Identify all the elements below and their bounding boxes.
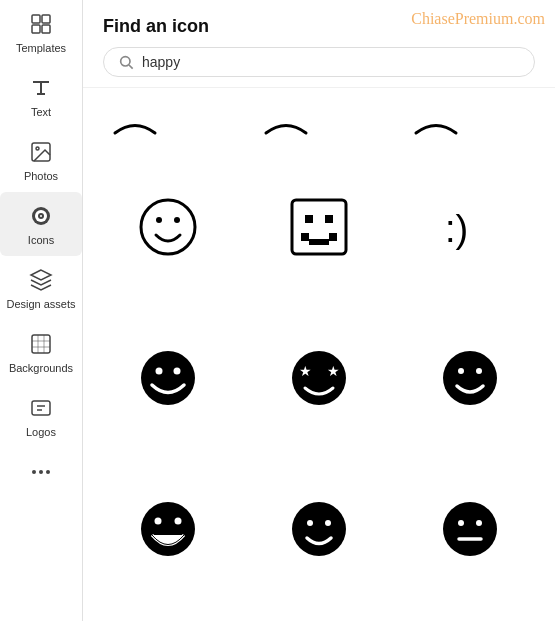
svg-text:★: ★ (298, 363, 311, 379)
svg-rect-25 (309, 239, 329, 245)
partial-icon-1 (105, 93, 165, 153)
list-item[interactable] (97, 457, 240, 600)
photos-icon (27, 138, 55, 166)
sidebar-logos-label: Logos (26, 426, 56, 438)
list-item[interactable] (97, 98, 173, 148)
partial-icon-3 (406, 93, 466, 153)
svg-point-18 (141, 200, 195, 254)
svg-point-35 (458, 368, 464, 374)
partial-top-row (97, 98, 541, 148)
sidebar-item-backgrounds[interactable]: Backgrounds (0, 320, 82, 384)
sidebar-item-more[interactable] (0, 448, 82, 496)
sidebar-design-assets-label: Design assets (6, 298, 75, 310)
sidebar-item-design-assets[interactable]: Design assets (0, 256, 82, 320)
svg-point-44 (458, 520, 464, 526)
text-icon (27, 74, 55, 102)
sidebar-text-label: Text (31, 106, 51, 118)
text-smiley-icon: :) (440, 197, 500, 257)
svg-point-20 (174, 217, 180, 223)
svg-point-30 (174, 368, 181, 375)
svg-point-13 (32, 470, 36, 474)
icon-grid: :) ★ ★ (97, 156, 541, 621)
list-item[interactable] (398, 307, 541, 450)
svg-rect-21 (292, 200, 346, 254)
svg-point-29 (156, 368, 163, 375)
svg-rect-11 (32, 335, 50, 353)
list-item[interactable]: :) (398, 156, 541, 299)
happy-face-2-icon (289, 499, 349, 559)
svg-text:★: ★ (326, 363, 339, 379)
list-item[interactable]: ★ ★ (248, 307, 391, 450)
star-eyes-icon: ★ ★ (289, 348, 349, 408)
smiley-square-icon (289, 197, 349, 257)
list-item[interactable] (97, 608, 240, 621)
svg-rect-22 (305, 215, 313, 223)
search-input[interactable] (142, 54, 520, 70)
svg-point-19 (156, 217, 162, 223)
icon-grid-area: :) ★ ★ (83, 88, 555, 621)
templates-icon (27, 10, 55, 38)
svg-point-5 (36, 147, 39, 150)
svg-point-15 (46, 470, 50, 474)
svg-line-17 (129, 65, 133, 69)
neutral-face-icon (440, 499, 500, 559)
svg-rect-3 (42, 25, 50, 33)
svg-point-36 (476, 368, 482, 374)
svg-point-14 (39, 470, 43, 474)
svg-point-39 (175, 517, 182, 524)
svg-rect-0 (32, 15, 40, 23)
svg-point-37 (141, 502, 195, 556)
smile-face-icon (440, 348, 500, 408)
list-item[interactable] (398, 457, 541, 600)
logos-icon (27, 394, 55, 422)
list-item[interactable] (248, 608, 391, 621)
header: Find an icon ChiasePremium.com (83, 0, 555, 88)
list-item[interactable] (248, 156, 391, 299)
search-icon (118, 54, 134, 70)
more-icon (27, 458, 55, 486)
svg-rect-23 (325, 215, 333, 223)
grin-face-icon (138, 348, 198, 408)
svg-point-9 (40, 215, 42, 217)
page-title: Find an icon (103, 16, 535, 37)
svg-rect-26 (329, 233, 337, 241)
svg-point-34 (443, 351, 497, 405)
partial-icon-2 (256, 93, 316, 153)
svg-rect-1 (42, 15, 50, 23)
backgrounds-icon (27, 330, 55, 358)
list-item[interactable] (97, 307, 240, 450)
svg-point-40 (292, 502, 346, 556)
list-item[interactable] (398, 98, 474, 148)
sidebar: Templates Text Photos I (0, 0, 83, 621)
list-item[interactable] (97, 156, 240, 299)
sidebar-item-logos[interactable]: Logos (0, 384, 82, 448)
icons-icon (27, 202, 55, 230)
sidebar-item-text[interactable]: Text (0, 64, 82, 128)
svg-point-45 (476, 520, 482, 526)
svg-text::): :) (445, 208, 468, 250)
svg-point-28 (141, 351, 195, 405)
svg-point-16 (121, 57, 130, 66)
svg-rect-12 (32, 401, 50, 415)
svg-rect-24 (301, 233, 309, 241)
list-item[interactable] (398, 608, 541, 621)
laugh-face-icon (138, 499, 198, 559)
sidebar-photos-label: Photos (24, 170, 58, 182)
sidebar-item-icons[interactable]: Icons (0, 192, 82, 256)
design-assets-icon (27, 266, 55, 294)
sidebar-icons-label: Icons (28, 234, 54, 246)
main-panel: Find an icon ChiasePremium.com (83, 0, 555, 621)
svg-point-42 (325, 520, 331, 526)
sidebar-item-photos[interactable]: Photos (0, 128, 82, 192)
search-bar (103, 47, 535, 77)
sidebar-item-templates[interactable]: Templates (0, 0, 82, 64)
sidebar-templates-label: Templates (16, 42, 66, 54)
list-item[interactable] (248, 457, 391, 600)
list-item[interactable] (248, 98, 324, 148)
svg-rect-2 (32, 25, 40, 33)
svg-point-38 (155, 517, 162, 524)
svg-point-43 (443, 502, 497, 556)
svg-point-41 (307, 520, 313, 526)
smiley-circle-icon (138, 197, 198, 257)
sidebar-backgrounds-label: Backgrounds (9, 362, 73, 374)
